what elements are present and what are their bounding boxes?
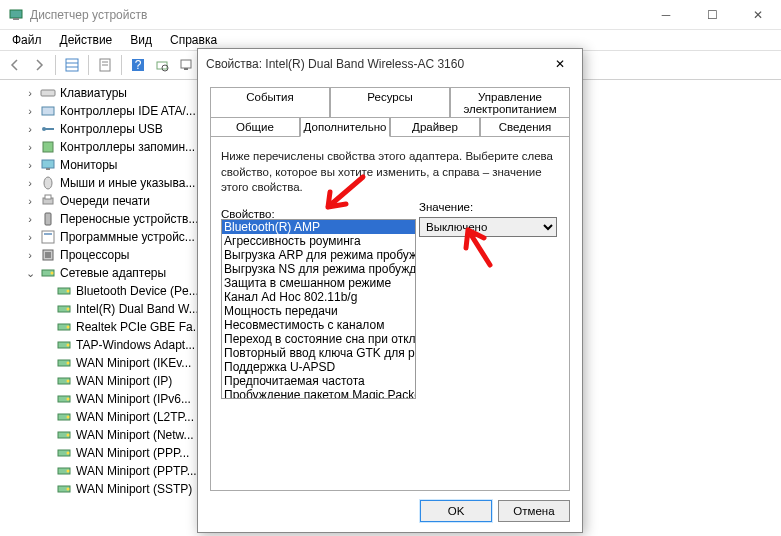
property-item[interactable]: Канал Ad Hoc 802.11b/g	[222, 290, 415, 304]
forward-button[interactable]	[28, 54, 50, 76]
menu-view[interactable]: Вид	[122, 31, 160, 49]
property-item[interactable]: Bluetooth(R) AMP	[222, 220, 415, 234]
tab[interactable]: Дополнительно	[300, 117, 390, 137]
expand-icon[interactable]: ›	[24, 177, 36, 189]
svg-point-41	[67, 380, 70, 383]
menu-file[interactable]: Файл	[4, 31, 50, 49]
ok-button[interactable]: OK	[420, 500, 492, 522]
tree-item-label: Мониторы	[60, 158, 117, 172]
property-item[interactable]: Выгрузка NS для режима пробужден	[222, 262, 415, 276]
expand-icon[interactable]: ›	[24, 123, 36, 135]
svg-point-29	[51, 272, 54, 275]
app-icon	[8, 7, 24, 23]
property-item[interactable]: Мощность передачи	[222, 304, 415, 318]
svg-rect-22	[45, 195, 51, 199]
tab[interactable]: Сведения	[480, 117, 570, 137]
dialog-titlebar: Свойства: Intel(R) Dual Band Wireless-AC…	[198, 49, 582, 79]
svg-rect-23	[45, 213, 51, 225]
tab[interactable]: События	[210, 87, 330, 118]
tree-item-label: Клавиатуры	[60, 86, 127, 100]
property-item[interactable]: Несовместимость с каналом	[222, 318, 415, 332]
svg-rect-2	[66, 59, 78, 71]
tab[interactable]: Драйвер	[390, 117, 480, 137]
menu-help[interactable]: Справка	[162, 31, 225, 49]
expand-icon[interactable]: ⌄	[24, 267, 36, 280]
tab[interactable]: Общие	[210, 117, 300, 137]
tree-item-label: Контроллеры USB	[60, 122, 163, 136]
expand-icon[interactable]: ›	[24, 231, 36, 243]
window-title: Диспетчер устройств	[30, 8, 643, 22]
tree-item-label: Сетевые адаптеры	[60, 266, 166, 280]
toolbar-help-icon[interactable]: ?	[127, 54, 149, 76]
svg-rect-13	[184, 68, 188, 70]
expand-icon[interactable]: ›	[24, 105, 36, 117]
svg-point-33	[67, 308, 70, 311]
svg-point-47	[67, 434, 70, 437]
properties-dialog: Свойства: Intel(R) Dual Band Wireless-AC…	[197, 48, 583, 533]
svg-rect-12	[181, 60, 191, 68]
expand-icon[interactable]: ›	[24, 141, 36, 153]
svg-point-45	[67, 416, 70, 419]
tree-item-label: Процессоры	[60, 248, 130, 262]
toolbar-separator	[121, 55, 122, 75]
tree-item-label: Bluetooth Device (Pe...	[76, 284, 199, 298]
property-item[interactable]: Защита в смешанном режиме	[222, 276, 415, 290]
property-item[interactable]: Предпочитаемая частота	[222, 374, 415, 388]
property-item[interactable]: Агрессивность роуминга	[222, 234, 415, 248]
back-button[interactable]	[4, 54, 26, 76]
svg-rect-17	[43, 142, 53, 152]
tab-content: Ниже перечислены свойства этого адаптера…	[210, 136, 570, 491]
menu-action[interactable]: Действие	[52, 31, 121, 49]
svg-point-37	[67, 344, 70, 347]
toolbar-monitor-icon[interactable]	[175, 54, 197, 76]
svg-point-51	[67, 470, 70, 473]
svg-rect-19	[46, 168, 50, 170]
close-button[interactable]: ✕	[735, 0, 781, 30]
svg-point-39	[67, 362, 70, 365]
tree-item-label: TAP-Windows Adapt...	[76, 338, 195, 352]
toolbar-separator	[88, 55, 89, 75]
tree-item-label: Мыши и иные указыва...	[60, 176, 195, 190]
toolbar-scan-icon[interactable]	[151, 54, 173, 76]
tree-item-label: WAN Miniport (PPP...	[76, 446, 189, 460]
tree-item-label: Переносные устройств...	[60, 212, 199, 226]
tree-item-label: Программные устройс...	[60, 230, 195, 244]
tree-item-label: WAN Miniport (Netw...	[76, 428, 194, 442]
value-label: Значение:	[419, 201, 557, 213]
tree-item-label: Контроллеры запомин...	[60, 140, 195, 154]
property-item[interactable]: Пробуждение пакетом Magic Packet	[222, 388, 415, 399]
expand-icon[interactable]: ›	[24, 87, 36, 99]
tab[interactable]: Ресурсы	[330, 87, 450, 118]
svg-point-31	[67, 290, 70, 293]
property-list[interactable]: Bluetooth(R) AMPАгрессивность роумингаВы…	[221, 219, 416, 399]
value-select[interactable]: Выключено	[419, 217, 557, 237]
toolbar-grid-icon[interactable]	[61, 54, 83, 76]
property-item[interactable]: Выгрузка ARP для режима пробужд	[222, 248, 415, 262]
property-item[interactable]: Повторный ввод ключа GTK для реж	[222, 346, 415, 360]
maximize-button[interactable]: ☐	[689, 0, 735, 30]
expand-icon[interactable]: ›	[24, 213, 36, 225]
property-item[interactable]: Поддержка U-APSD	[222, 360, 415, 374]
expand-icon[interactable]: ›	[24, 195, 36, 207]
svg-rect-25	[44, 233, 52, 235]
svg-rect-15	[42, 107, 54, 115]
tree-item-label: Intel(R) Dual Band W...	[76, 302, 199, 316]
expand-icon[interactable]: ›	[24, 159, 36, 171]
tree-item-label: WAN Miniport (PPTP...	[76, 464, 197, 478]
svg-rect-1	[13, 18, 19, 20]
expand-icon[interactable]: ›	[24, 249, 36, 261]
svg-rect-27	[45, 252, 51, 258]
tab-description: Ниже перечислены свойства этого адаптера…	[221, 149, 559, 196]
titlebar: Диспетчер устройств ─ ☐ ✕	[0, 0, 781, 30]
tree-item-label: WAN Miniport (IPv6...	[76, 392, 191, 406]
svg-point-20	[44, 177, 52, 189]
property-item[interactable]: Переход в состояние сна при отклю	[222, 332, 415, 346]
cancel-button[interactable]: Отмена	[498, 500, 570, 522]
tree-item-label: Очереди печати	[60, 194, 150, 208]
dialog-close-button[interactable]: ✕	[546, 50, 574, 78]
tree-item-label: WAN Miniport (L2TP...	[76, 410, 194, 424]
tab[interactable]: Управление электропитанием	[450, 87, 570, 118]
minimize-button[interactable]: ─	[643, 0, 689, 30]
svg-point-53	[67, 488, 70, 491]
toolbar-props-icon[interactable]	[94, 54, 116, 76]
